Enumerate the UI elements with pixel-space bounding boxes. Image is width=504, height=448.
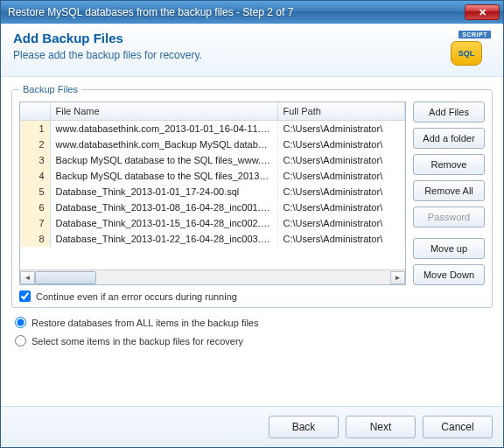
row-filename: www.databasethink.com_Backup MySQL datab… bbox=[50, 136, 277, 152]
wizard-header: Add Backup Files Please add the backup f… bbox=[1, 24, 503, 77]
scroll-left-button[interactable]: ◄ bbox=[20, 271, 35, 284]
row-index: 3 bbox=[20, 152, 50, 168]
table-row[interactable]: 4Backup MySQL database to the SQL files_… bbox=[20, 168, 405, 184]
row-fullpath: C:\Users\Administrator\ bbox=[277, 184, 405, 200]
password-button: Password bbox=[413, 206, 485, 228]
row-fullpath: C:\Users\Administrator\ bbox=[277, 136, 405, 152]
table-row[interactable]: 7Database_Think_2013-01-15_16-04-28_inc0… bbox=[20, 215, 405, 231]
row-filename: Backup MySQL database to the SQL files_2… bbox=[50, 168, 277, 184]
row-index: 5 bbox=[20, 184, 50, 200]
page-heading: Add Backup Files bbox=[13, 31, 444, 46]
row-index: 2 bbox=[20, 136, 50, 152]
sql-script-icon: SCRIPT SQL bbox=[444, 31, 491, 71]
row-filename: Database_Think_2013-01-01_17-24-00.sql bbox=[50, 184, 277, 200]
files-table-container: File Name Full Path 1www.databasethink.c… bbox=[19, 102, 406, 285]
radio-some-row[interactable]: Select some items in the backup files fo… bbox=[15, 335, 489, 346]
add-files-button[interactable]: Add Files bbox=[413, 102, 485, 122]
row-index: 7 bbox=[20, 215, 50, 231]
col-fullpath-header[interactable]: Full Path bbox=[277, 102, 405, 120]
row-fullpath: C:\Users\Administrator\ bbox=[277, 200, 405, 215]
side-buttons: Add Files Add a folder Remove Remove All… bbox=[413, 102, 485, 285]
scroll-thumb[interactable] bbox=[35, 271, 96, 284]
scroll-right-button[interactable]: ► bbox=[390, 271, 405, 284]
remove-button[interactable]: Remove bbox=[413, 154, 485, 175]
titlebar[interactable]: Restore MySQL databases from the backup … bbox=[1, 1, 503, 24]
row-fullpath: C:\Users\Administrator\ bbox=[277, 168, 405, 184]
next-button[interactable]: Next bbox=[346, 416, 416, 438]
wizard-footer: Back Next Cancel bbox=[1, 406, 503, 447]
row-filename: Database_Think_2013-01-08_16-04-28_inc00… bbox=[50, 200, 277, 215]
table-row[interactable]: 6Database_Think_2013-01-08_16-04-28_inc0… bbox=[20, 200, 405, 215]
table-row[interactable]: 3Backup MySQL database to the SQL files_… bbox=[20, 152, 405, 168]
radio-select-some-label: Select some items in the backup files fo… bbox=[32, 336, 243, 346]
wizard-window: Restore MySQL databases from the backup … bbox=[0, 0, 504, 448]
radio-restore-all-label: Restore databases from ALL items in the … bbox=[32, 318, 258, 328]
add-folder-button[interactable]: Add a folder bbox=[413, 128, 485, 149]
remove-all-button[interactable]: Remove All bbox=[413, 180, 485, 201]
close-button[interactable]: ✕ bbox=[465, 4, 500, 20]
scroll-track[interactable] bbox=[35, 271, 390, 284]
cancel-button[interactable]: Cancel bbox=[423, 416, 493, 438]
radio-all-row[interactable]: Restore databases from ALL items in the … bbox=[15, 317, 489, 328]
table-row[interactable]: 2www.databasethink.com_Backup MySQL data… bbox=[20, 136, 405, 152]
page-subtext: Please add the backup files for recovery… bbox=[13, 49, 444, 61]
radio-restore-all[interactable] bbox=[15, 317, 26, 328]
row-filename: Backup MySQL database to the SQL files_w… bbox=[50, 152, 277, 168]
move-up-button[interactable]: Move up bbox=[413, 238, 485, 259]
continue-on-error-checkbox[interactable] bbox=[19, 290, 31, 302]
row-fullpath: C:\Users\Administrator\ bbox=[277, 121, 405, 136]
content-area: Backup Files File Name Full Path bbox=[1, 77, 503, 406]
continue-on-error-label: Continue even if an error occurs during … bbox=[36, 291, 237, 302]
row-fullpath: C:\Users\Administrator\ bbox=[277, 215, 405, 231]
table-row[interactable]: 5Database_Think_2013-01-01_17-24-00.sqlC… bbox=[20, 184, 405, 200]
horizontal-scrollbar[interactable]: ◄ ► bbox=[20, 270, 405, 284]
backup-files-fieldset: Backup Files File Name Full Path bbox=[11, 84, 493, 308]
fieldset-legend: Backup Files bbox=[19, 84, 81, 94]
col-filename-header[interactable]: File Name bbox=[50, 102, 277, 120]
row-index: 4 bbox=[20, 168, 50, 184]
row-index: 1 bbox=[20, 121, 50, 136]
table-row[interactable]: 1www.databasethink.com_2013-01-01_16-04-… bbox=[20, 121, 405, 136]
files-table: File Name Full Path bbox=[20, 102, 405, 121]
back-button[interactable]: Back bbox=[269, 416, 339, 438]
row-filename: www.databasethink.com_2013-01-01_16-04-1… bbox=[50, 121, 277, 136]
icon-banner: SCRIPT bbox=[458, 31, 491, 38]
row-filename: Database_Think_2013-01-15_16-04-28_inc00… bbox=[50, 215, 277, 231]
restore-mode-radios: Restore databases from ALL items in the … bbox=[11, 308, 493, 354]
window-title: Restore MySQL databases from the backup … bbox=[8, 6, 465, 18]
row-filename: Database_Think_2013-01-22_16-04-28_inc00… bbox=[50, 231, 277, 247]
row-index: 6 bbox=[20, 200, 50, 215]
move-down-button[interactable]: Move Down bbox=[413, 264, 485, 285]
row-index: 8 bbox=[20, 231, 50, 247]
table-row[interactable]: 8Database_Think_2013-01-22_16-04-28_inc0… bbox=[20, 231, 405, 247]
radio-select-some[interactable] bbox=[15, 335, 26, 346]
icon-cylinder: SQL bbox=[451, 41, 482, 66]
col-index-header[interactable] bbox=[20, 102, 50, 120]
row-fullpath: C:\Users\Administrator\ bbox=[277, 231, 405, 247]
row-fullpath: C:\Users\Administrator\ bbox=[277, 152, 405, 168]
